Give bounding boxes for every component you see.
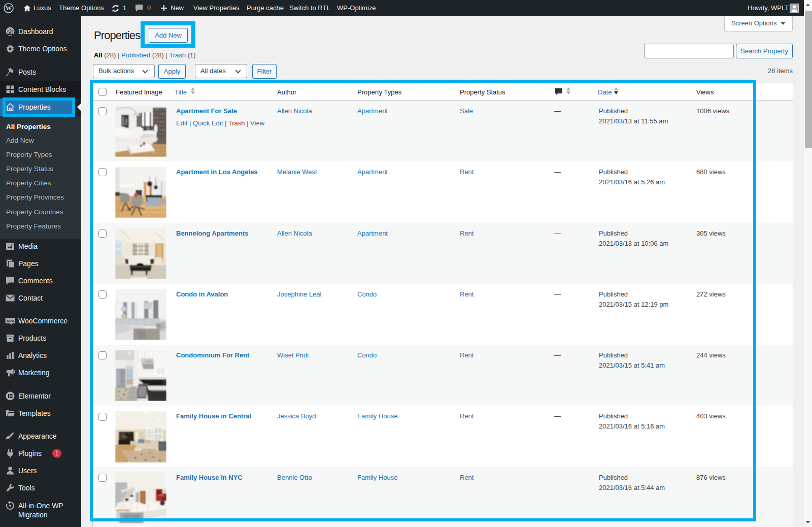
svg-text:WOO: WOO xyxy=(7,319,14,322)
svg-text:W: W xyxy=(6,5,12,12)
